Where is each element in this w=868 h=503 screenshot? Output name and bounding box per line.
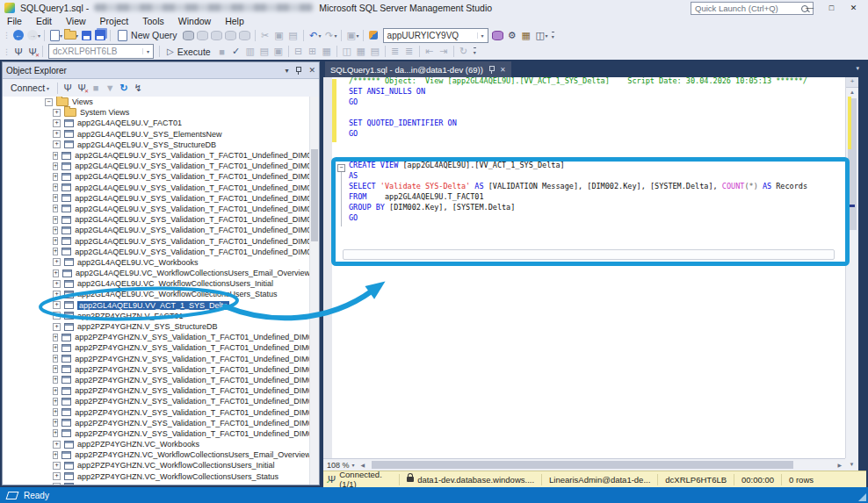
tree-item[interactable]: +app2PZP4YGHZN.V_SYS_Validation_T_FACT01… <box>3 375 310 385</box>
analysis-dmx-query-icon[interactable] <box>210 28 224 42</box>
editor-horizontal-scrollbar[interactable]: 108 % ▾ ◀ ▶ <box>323 458 845 471</box>
expander-icon[interactable]: + <box>53 109 61 117</box>
tree-item[interactable]: +app2PZP4YGHZN.V_SYS_Validation_T_FACT01… <box>3 418 310 428</box>
expander-icon[interactable]: + <box>53 130 61 138</box>
expander-icon[interactable]: + <box>53 291 61 298</box>
expander-icon[interactable]: + <box>53 429 58 437</box>
expander-icon[interactable]: + <box>53 140 61 148</box>
tree-item[interactable]: +app2GL4AQEL9U.V_SYS_ElementsNew <box>3 129 310 140</box>
panel-close-icon[interactable]: ✕ <box>308 66 315 75</box>
scroll-right-icon[interactable]: ▶ <box>834 462 845 468</box>
expander-icon[interactable]: + <box>53 226 58 234</box>
activity-monitor-icon[interactable]: ▣ <box>344 28 358 42</box>
tab-pin-icon[interactable] <box>488 65 495 74</box>
analysis-mdx-query-icon[interactable] <box>196 28 210 42</box>
panel-menu-icon[interactable]: ▾ <box>285 67 288 75</box>
expander-icon[interactable]: + <box>53 441 61 449</box>
tree-item[interactable]: +app2PZP4YGHZN.V_SYS_Validation_T_FACT01… <box>3 354 310 364</box>
tree-item[interactable]: +app2PZP4YGHZN.V_SYS_Validation_T_FACT01… <box>3 396 310 406</box>
results-to-file-icon[interactable]: ▤ <box>368 45 382 59</box>
include-actual-plan-icon[interactable]: ⊟ <box>292 45 306 59</box>
uncomment-icon[interactable]: ≣ <box>402 45 416 59</box>
save-all-icon[interactable] <box>93 28 107 42</box>
oe-activity-icon[interactable]: ↯ <box>131 81 145 95</box>
expander-icon[interactable]: + <box>53 323 61 331</box>
results-to-grid-icon[interactable]: ▦ <box>354 45 368 59</box>
copy-icon[interactable]: ▣ <box>272 28 286 42</box>
tree-item[interactable]: +app2PZP4YGHZN.V_SYS_StructureDB <box>3 321 310 332</box>
expander-icon[interactable]: + <box>53 216 58 224</box>
expander-icon[interactable]: + <box>53 472 61 480</box>
scrollbar-track[interactable] <box>368 459 834 471</box>
tree-item[interactable]: +app2GL4AQEL9U.VC_WorkflowCollectionsUse… <box>3 268 310 278</box>
menu-window[interactable]: Window <box>171 16 218 26</box>
tree-item[interactable]: +app2GL4AQEL9U.V_SYS_Validation_T_FACT01… <box>3 247 310 257</box>
server-combo[interactable]: dcXRLP6HT6LB▾ <box>48 44 154 59</box>
chevron-down-icon[interactable]: ▾ <box>142 48 153 54</box>
expander-icon[interactable]: + <box>53 419 58 427</box>
oe-disconnect-icon[interactable]: Ψ✕ <box>75 81 89 95</box>
tree-item[interactable]: +app2PZP4YGHZN.VC_WorkflowCollectionsUse… <box>3 460 310 471</box>
nav-backward-icon[interactable]: ← <box>13 30 24 40</box>
expander-icon[interactable]: + <box>53 183 58 191</box>
scroll-down-icon[interactable]: ▼ <box>845 458 858 471</box>
window-layout-icon[interactable]: ◫ <box>533 28 547 42</box>
expander-icon[interactable]: + <box>53 344 58 352</box>
expander-icon[interactable]: + <box>53 408 58 416</box>
tree-item[interactable]: +app2GL4AQEL9U.V_FACT01 <box>3 118 310 128</box>
database-engine-query-icon[interactable] <box>182 28 196 42</box>
tree-item[interactable]: +app2PZP4YGHZN.V_SYS_Validation_T_FACT01… <box>3 364 310 375</box>
tree-item[interactable]: +app2GL4AQEL9U.V_SYS_Validation_T_FACT01… <box>3 183 310 193</box>
tree-item[interactable]: +app2GL4AQEL9U.V_SYS_Validation_T_FACT01… <box>3 193 310 204</box>
toolbar1-grip[interactable]: ⋮ <box>3 31 10 40</box>
scrollbar-thumb[interactable] <box>311 149 318 241</box>
fold-collapse-icon[interactable]: − <box>337 164 345 172</box>
resize-grip[interactable] <box>858 493 866 501</box>
toolbar1-overflow[interactable]: ▾ <box>552 32 554 40</box>
database-combo[interactable]: appUURYICY9VQ▾ <box>383 28 488 43</box>
expander-icon[interactable]: + <box>53 483 61 485</box>
chevron-down-icon[interactable]: ▾ <box>38 32 40 39</box>
tree-item[interactable]: +app2GL4AQEL9U.V_SYS_Validation_T_FACT01… <box>3 214 310 225</box>
expander-icon[interactable]: + <box>53 205 58 212</box>
tree-item[interactable]: +app3C1I68064L.V_FACT01 <box>3 482 310 485</box>
oe-connect-icon[interactable]: Ψ <box>61 81 75 95</box>
expander-icon[interactable]: + <box>53 162 58 170</box>
connect-button[interactable]: Connect ▾ <box>6 83 54 93</box>
connect-icon[interactable]: Ψ <box>11 45 25 59</box>
expander-icon[interactable]: + <box>53 258 61 266</box>
expander-icon[interactable]: + <box>53 451 58 459</box>
scrollbar-thumb[interactable] <box>372 461 793 469</box>
available-databases-icon[interactable] <box>366 28 380 42</box>
comment-icon[interactable]: ≣ <box>388 45 402 59</box>
registered-servers-icon[interactable] <box>491 28 505 42</box>
cut-icon[interactable]: ✂ <box>258 28 272 42</box>
oe-refresh-icon[interactable]: ↻ <box>117 81 131 95</box>
object-explorer-scrollbar[interactable] <box>309 97 319 485</box>
tree-item[interactable]: +app2GL4AQEL9U.V_SYS_Validation_T_FACT01… <box>3 150 310 161</box>
expander-icon[interactable]: + <box>53 248 58 255</box>
maximize-button[interactable]: □ <box>821 0 843 15</box>
live-query-stats-icon[interactable]: ⊞ <box>306 45 320 59</box>
menu-project[interactable]: Project <box>93 16 136 26</box>
expander-icon[interactable]: − <box>45 98 53 106</box>
estimated-plan-icon[interactable]: ▥ <box>243 45 257 59</box>
expander-icon[interactable]: + <box>53 398 58 406</box>
tree-item[interactable]: +app2GL4AQEL9U.VC_WorkflowCollectionsUse… <box>3 278 310 289</box>
menu-tools[interactable]: Tools <box>135 16 171 26</box>
client-statistics-icon[interactable]: ▦ <box>320 45 334 59</box>
toolbox-icon[interactable]: ▦ <box>519 28 533 42</box>
expander-icon[interactable]: + <box>53 376 58 384</box>
results-to-text-icon[interactable]: ◫ <box>340 45 354 59</box>
menu-view[interactable]: View <box>59 16 93 26</box>
toolbar2-overflow[interactable]: ▾ <box>474 47 476 55</box>
tree-item[interactable]: +app2PZP4YGHZN.VC_WorkflowCollectionsUse… <box>3 449 310 460</box>
increase-indent-icon[interactable]: ⇥ <box>437 45 451 59</box>
paste-icon[interactable]: ▤ <box>286 28 300 42</box>
integration-query-icon[interactable] <box>238 28 252 42</box>
tree-item[interactable]: +app2PZP4YGHZN.V_SYS_Validation_T_FACT01… <box>3 428 310 439</box>
tree-item[interactable]: +app2GL4AQEL9U.V_SYS_Validation_T_FACT01… <box>3 225 310 235</box>
tree-item[interactable]: +app2GL4AQEL9U.V_SYS_Validation_T_FACT01… <box>3 235 310 246</box>
tree-item[interactable]: +app2PZP4YGHZN.VC_Workbooks <box>3 439 310 449</box>
expander-icon[interactable]: + <box>53 387 58 395</box>
